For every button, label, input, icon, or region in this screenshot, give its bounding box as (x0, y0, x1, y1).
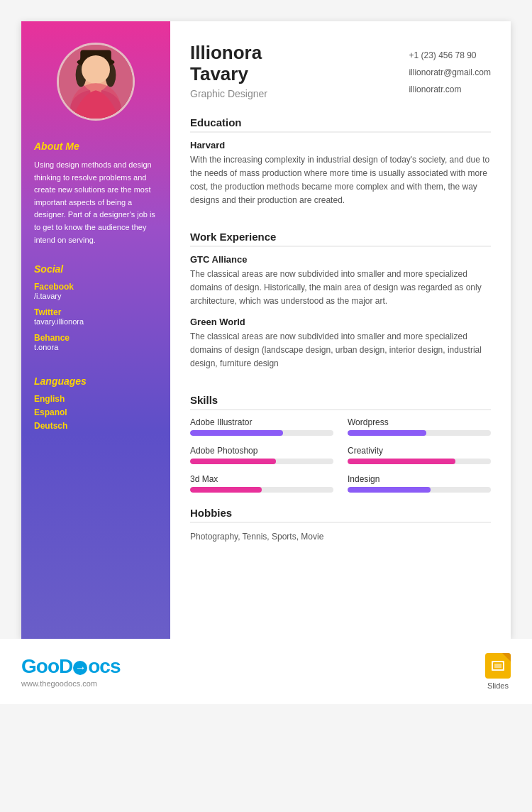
education-section: Education Harvard With the increasing co… (190, 116, 491, 216)
skill-item: Creativity (348, 446, 491, 464)
full-name: Illionora Tavary (190, 43, 267, 85)
education-title: Education (190, 116, 491, 133)
language-item: Espanol (34, 407, 157, 417)
avatar (57, 43, 135, 121)
jobs-list: GTC AllianceThe classical areas are now … (190, 254, 491, 371)
skill-name: Adobe Illustrator (190, 417, 333, 427)
social-handle: tavary.illionora (34, 317, 157, 326)
logo: GooD→ocs (21, 655, 120, 678)
skill-bar-fill (190, 487, 262, 493)
social-name: Twitter (34, 307, 157, 317)
hobbies-section: Hobbies Photography, Tennis, Sports, Mov… (190, 507, 491, 552)
skill-item: Adobe Photoshop (190, 446, 333, 464)
email: illionoratr@gmail.com (409, 64, 491, 81)
hobbies-text: Photography, Tennis, Sports, Movie (190, 530, 491, 544)
skill-bar-bg (190, 487, 333, 493)
skill-item: Indesign (348, 474, 491, 493)
social-name: Behance (34, 333, 157, 343)
social-title: Social (34, 263, 157, 275)
social-item: Behancet.onora (34, 333, 157, 351)
social-handle: /i.tavary (34, 292, 157, 300)
footer-logo-block: GooD→ocs www.thegoodocs.com (21, 655, 120, 688)
svg-point-6 (105, 63, 116, 87)
skill-bar-bg (348, 430, 491, 436)
skill-name: Creativity (348, 446, 491, 456)
skill-bar-fill (348, 459, 455, 464)
svg-point-9 (89, 72, 93, 77)
footer-slides-block: Slides (485, 653, 511, 690)
social-item: Facebook/i.tavary (34, 282, 157, 300)
social-name: Facebook (34, 282, 157, 292)
contact-block: +1 (23) 456 78 90 illionoratr@gmail.com … (409, 43, 491, 99)
website: illionoratr.com (409, 81, 491, 98)
job-item: Green WorldThe classical areas are now s… (190, 317, 491, 371)
svg-point-3 (81, 58, 111, 92)
skill-bar-bg (190, 459, 333, 464)
social-handle: t.onora (34, 343, 157, 351)
last-name: Tavary (190, 63, 248, 84)
skill-bar-bg (190, 430, 333, 436)
education-description: With the increasing complexity in indust… (190, 153, 491, 208)
languages-title: Languages (34, 375, 157, 387)
slides-label: Slides (487, 681, 509, 690)
work-experience-title: Work Experience (190, 231, 491, 247)
social-section: Social Facebook/i.tavaryTwittertavary.il… (34, 263, 157, 358)
svg-rect-2 (90, 82, 101, 94)
skills-grid: Adobe Illustrator Wordpress Adobe Photos… (190, 417, 491, 493)
about-section: About Me Using design methods and design… (34, 141, 157, 246)
skill-bar-bg (348, 487, 491, 493)
languages-list: EnglishEspanolDeutsch (34, 394, 157, 431)
first-name: Illionora (190, 42, 262, 63)
footer-url: www.thegoodocs.com (21, 679, 120, 688)
svg-rect-13 (494, 664, 501, 668)
languages-section: Languages EnglishEspanolDeutsch (34, 375, 157, 434)
company-name: GTC Alliance (190, 254, 491, 265)
social-item: Twittertavary.illionora (34, 307, 157, 326)
footer: GooD→ocs www.thegoodocs.com Slides (0, 639, 532, 704)
about-text: Using design methods and design thinking… (34, 159, 157, 246)
svg-point-1 (70, 89, 121, 119)
svg-point-5 (76, 63, 87, 87)
sidebar: About Me Using design methods and design… (21, 21, 170, 639)
skill-bar-fill (190, 430, 283, 436)
hobbies-title: Hobbies (190, 507, 491, 523)
phone: +1 (23) 456 78 90 (409, 47, 491, 64)
skills-section: Skills Adobe Illustrator Wordpress Adobe… (190, 394, 491, 493)
main-content: Illionora Tavary Graphic Designer +1 (23… (170, 21, 511, 639)
work-experience-section: Work Experience GTC AllianceThe classica… (190, 231, 491, 380)
svg-point-10 (99, 72, 104, 77)
language-item: Deutsch (34, 421, 157, 431)
skill-name: Adobe Photoshop (190, 446, 333, 456)
job-description: The classical areas are now subdivided i… (190, 268, 491, 309)
skill-name: Indesign (348, 474, 491, 484)
language-item: English (34, 394, 157, 404)
skill-item: Adobe Illustrator (190, 417, 333, 436)
skills-title: Skills (190, 394, 491, 410)
skill-name: 3d Max (190, 474, 333, 484)
social-list: Facebook/i.tavaryTwittertavary.illionora… (34, 282, 157, 351)
about-title: About Me (34, 141, 157, 152)
skill-name: Wordpress (348, 417, 491, 427)
job-description: The classical areas are now subdivided i… (190, 330, 491, 371)
header: Illionora Tavary Graphic Designer +1 (23… (190, 43, 491, 99)
job-title: Graphic Designer (190, 88, 267, 99)
skill-bar-fill (190, 459, 276, 464)
school-name: Harvard (190, 140, 491, 150)
company-name: Green World (190, 317, 491, 327)
svg-rect-8 (80, 50, 111, 65)
slides-icon (485, 653, 511, 679)
job-item: GTC AllianceThe classical areas are now … (190, 254, 491, 309)
svg-rect-0 (59, 45, 133, 119)
name-block: Illionora Tavary Graphic Designer (190, 43, 267, 99)
skill-bar-bg (348, 459, 491, 464)
skill-item: 3d Max (190, 474, 333, 493)
skill-bar-fill (348, 430, 426, 436)
skill-item: Wordpress (348, 417, 491, 436)
skill-bar-fill (348, 487, 431, 493)
